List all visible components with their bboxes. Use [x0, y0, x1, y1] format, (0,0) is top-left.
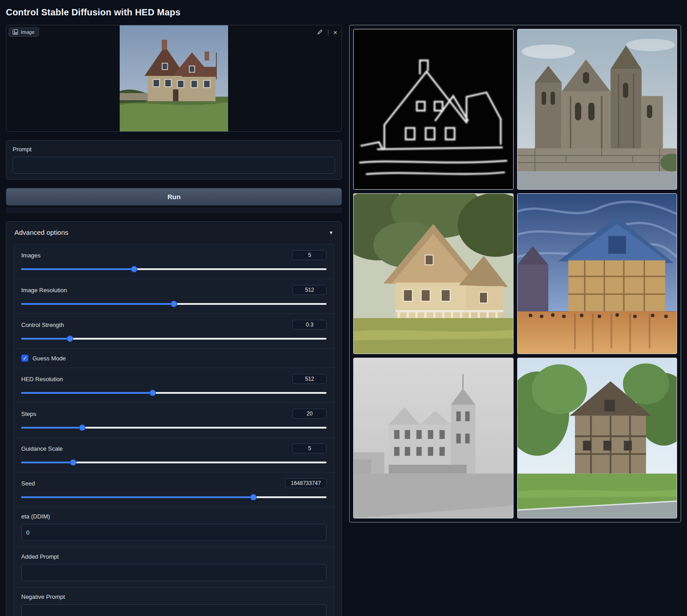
images-slider-row: Images 5 [14, 244, 334, 279]
seed-slider-row: Seed 1648733747 [14, 472, 334, 507]
guidance-scale-slider-row: Guidance Scale 5 [14, 438, 334, 472]
image-resolution-slider[interactable] [21, 300, 327, 308]
negative-prompt-row: Negative Prompt [14, 588, 334, 616]
hed-edge-map-image [354, 29, 513, 189]
hed-resolution-slider[interactable] [21, 389, 327, 397]
uploaded-house-photo [120, 25, 228, 132]
steps-slider-row: Steps 20 [14, 403, 334, 438]
controls-column: Image × [6, 25, 342, 616]
eta-input[interactable] [21, 524, 327, 541]
slider-thumb[interactable] [131, 266, 137, 272]
hed-resolution-label: HED Resolution [21, 376, 63, 383]
run-button[interactable]: Run [6, 188, 342, 205]
gallery-item-house-with-trees[interactable] [517, 358, 677, 518]
steps-slider[interactable] [21, 424, 327, 431]
status-strip [6, 207, 342, 213]
painted-house-image [354, 194, 513, 354]
prompt-block: Prompt [6, 140, 342, 180]
slider-thumb[interactable] [79, 425, 85, 431]
page-title: Control Stable Diffusion with HED Maps [6, 7, 681, 18]
image-icon [13, 29, 18, 35]
stylized-painting-image [518, 194, 677, 354]
slider-thumb[interactable] [171, 301, 177, 307]
negative-prompt-label: Negative Prompt [21, 593, 327, 600]
hed-resolution-slider-row: HED Resolution 512 [14, 368, 334, 403]
image-upload-block[interactable]: Image × [6, 25, 342, 132]
images-value[interactable]: 5 [292, 250, 327, 260]
edit-image-button[interactable] [316, 28, 324, 37]
guess-mode-row: ✓ Guess Mode [14, 349, 334, 368]
seed-slider[interactable] [21, 494, 327, 501]
gallery-item-grayscale-building[interactable] [353, 358, 513, 518]
prompt-input[interactable] [13, 157, 335, 174]
guess-mode-checkbox[interactable]: ✓ [21, 355, 28, 362]
image-resolution-label: Image Resolution [21, 287, 67, 294]
added-prompt-row: Added Prompt [14, 547, 334, 588]
uploaded-image-preview [120, 25, 228, 132]
added-prompt-label: Added Prompt [21, 553, 327, 560]
slider-thumb[interactable] [150, 390, 156, 396]
advanced-options-block: Advanced options ▼ Images 5 [6, 221, 342, 616]
app-page: Control Stable Diffusion with HED Maps I… [0, 0, 687, 616]
slider-thumb[interactable] [70, 459, 76, 466]
gallery-item-stylized-painting[interactable] [517, 193, 677, 354]
slider-thumb[interactable] [67, 336, 73, 342]
steps-value[interactable]: 20 [292, 409, 327, 419]
image-toolbar: × [316, 28, 338, 37]
images-slider[interactable] [21, 266, 327, 273]
control-strength-value[interactable]: 0.3 [292, 320, 327, 330]
pencil-icon [317, 29, 323, 35]
image-component-label: Image [21, 29, 35, 35]
guidance-scale-value[interactable]: 5 [292, 443, 327, 453]
control-strength-slider[interactable] [21, 335, 327, 342]
guidance-scale-slider[interactable] [21, 459, 327, 466]
gallery-item-painted-house[interactable] [353, 193, 513, 354]
gallery-item-cathedral[interactable] [517, 29, 677, 190]
image-component-tag: Image [9, 28, 39, 37]
hed-resolution-value[interactable]: 512 [292, 374, 327, 384]
grayscale-building-image [354, 358, 513, 518]
prompt-label: Prompt [13, 146, 335, 153]
cathedral-image [518, 29, 677, 189]
advanced-options-toggle[interactable]: Advanced options ▼ [6, 222, 341, 243]
chevron-down-icon: ▼ [329, 230, 334, 235]
main-layout: Image × [6, 25, 681, 616]
output-gallery [349, 25, 681, 523]
added-prompt-input[interactable] [21, 564, 327, 581]
slider-thumb[interactable] [250, 494, 257, 500]
toolbar-divider [328, 29, 328, 36]
steps-label: Steps [21, 411, 36, 417]
guess-mode-label: Guess Mode [33, 355, 66, 362]
run-section: Run [6, 188, 342, 213]
advanced-options-label: Advanced options [14, 229, 68, 236]
eta-row: eta (DDIM) [14, 507, 334, 547]
control-strength-slider-row: Control Strength 0.3 [14, 314, 334, 349]
image-resolution-value[interactable]: 512 [292, 285, 327, 295]
gallery-item-hed-edge-map[interactable] [353, 29, 513, 190]
negative-prompt-input[interactable] [21, 604, 327, 616]
images-label: Images [21, 252, 41, 259]
seed-value[interactable]: 1648733747 [285, 478, 327, 488]
image-resolution-slider-row: Image Resolution 512 [14, 279, 334, 314]
house-with-trees-image [518, 358, 677, 518]
advanced-controls: Images 5 Image Resolution 512 [14, 244, 334, 616]
guidance-scale-label: Guidance Scale [21, 445, 63, 452]
seed-label: Seed [21, 480, 35, 487]
control-strength-label: Control Strength [21, 322, 64, 328]
clear-image-button[interactable]: × [332, 28, 338, 37]
eta-label: eta (DDIM) [21, 513, 327, 520]
